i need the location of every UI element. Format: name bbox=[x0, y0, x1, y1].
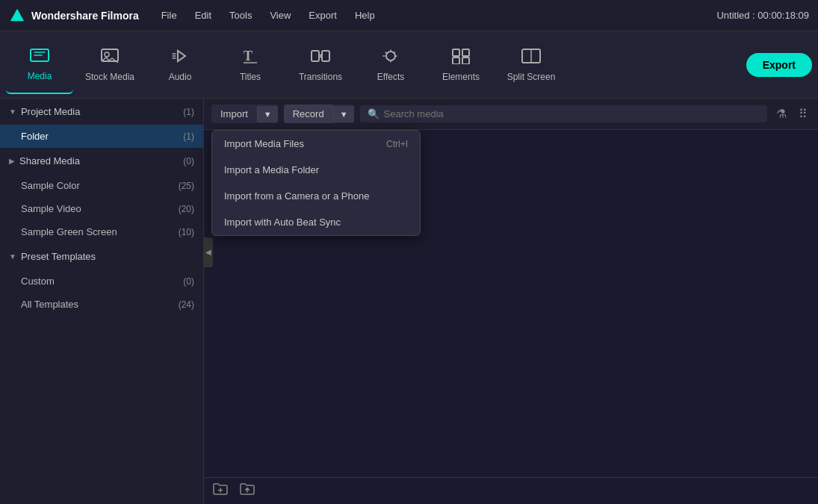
svg-rect-9 bbox=[453, 49, 459, 56]
elements-icon bbox=[451, 48, 471, 67]
sidebar-item-folder[interactable]: Folder (1) bbox=[0, 125, 203, 148]
svg-rect-7 bbox=[322, 51, 329, 61]
sidebar-item-sample-video[interactable]: Sample Video (20) bbox=[0, 197, 203, 220]
export-button[interactable]: Export bbox=[746, 53, 812, 77]
import-dropdown-menu: Import Media Files Ctrl+I Import a Media… bbox=[211, 130, 421, 236]
import-button[interactable]: Import bbox=[211, 105, 257, 123]
record-button[interactable]: Record bbox=[284, 105, 333, 123]
media-label: Media bbox=[28, 71, 52, 81]
shared-media-count: (0) bbox=[183, 156, 194, 167]
tool-stock-media[interactable]: Stock Media bbox=[76, 36, 143, 94]
audio-label: Audio bbox=[169, 72, 192, 82]
sidebar-item-sample-color[interactable]: Sample Color (25) bbox=[0, 174, 203, 197]
tool-transitions[interactable]: Transitions bbox=[287, 36, 354, 94]
folder-label: Folder bbox=[21, 131, 49, 142]
tool-titles[interactable]: T Titles bbox=[217, 36, 284, 94]
import-folder-label: Import a Media Folder bbox=[224, 164, 319, 175]
svg-rect-11 bbox=[453, 57, 459, 64]
tool-split-screen[interactable]: Split Screen bbox=[498, 36, 565, 94]
import-folder-icon[interactable] bbox=[240, 482, 255, 500]
sample-video-label: Sample Video bbox=[21, 203, 81, 214]
bottom-bar bbox=[204, 477, 818, 504]
svg-rect-10 bbox=[462, 49, 469, 56]
sample-color-label: Sample Color bbox=[21, 180, 80, 191]
svg-rect-6 bbox=[312, 51, 319, 61]
app-logo-icon bbox=[9, 7, 25, 24]
dropdown-item-import-folder[interactable]: Import a Media Folder bbox=[212, 157, 420, 183]
top-bar: Wondershare Filmora File Edit Tools View… bbox=[0, 0, 818, 31]
record-button-group: Record ▼ bbox=[284, 105, 354, 123]
svg-text:T: T bbox=[244, 49, 252, 63]
collapse-sidebar-handle[interactable]: ◀ bbox=[204, 237, 213, 267]
tool-effects[interactable]: Effects bbox=[357, 36, 424, 94]
audio-icon bbox=[170, 48, 190, 67]
search-bar: 🔍 bbox=[360, 105, 767, 122]
record-dropdown-arrow[interactable]: ▼ bbox=[333, 106, 354, 122]
custom-label: Custom bbox=[21, 276, 55, 287]
preset-templates-label: Preset Templates bbox=[21, 251, 96, 262]
sidebar-section-shared-media[interactable]: ▶ Shared Media (0) bbox=[0, 148, 203, 174]
tool-media[interactable]: Media bbox=[6, 36, 73, 94]
search-input[interactable] bbox=[384, 108, 760, 119]
project-title: Untitled : 00:00:18:09 bbox=[716, 10, 809, 21]
sidebar-item-custom[interactable]: Custom (0) bbox=[0, 270, 203, 293]
effects-label: Effects bbox=[377, 72, 404, 82]
sample-color-count: (25) bbox=[179, 181, 194, 191]
chevron-preset-templates: ▼ bbox=[9, 252, 16, 261]
import-beat-sync-label: Import with Auto Beat Sync bbox=[224, 217, 341, 228]
dropdown-item-import-camera[interactable]: Import from a Camera or a Phone bbox=[212, 183, 420, 209]
menu-export[interactable]: Export bbox=[301, 7, 344, 24]
elements-label: Elements bbox=[442, 72, 480, 82]
titles-label: Titles bbox=[240, 72, 261, 82]
transitions-icon bbox=[311, 48, 330, 67]
custom-count: (0) bbox=[183, 276, 194, 287]
media-icon bbox=[30, 47, 49, 66]
import-files-shortcut: Ctrl+I bbox=[386, 139, 408, 149]
chevron-project-media: ▼ bbox=[9, 108, 16, 116]
grid-view-icon[interactable]: ⠿ bbox=[796, 105, 811, 122]
content-toolbar: Import ▼ Record ▼ 🔍 ⚗ ⠿ bbox=[204, 99, 818, 130]
svg-marker-0 bbox=[10, 8, 24, 21]
chevron-shared-media: ▶ bbox=[9, 157, 15, 165]
sidebar-item-sample-green-screen[interactable]: Sample Green Screen (10) bbox=[0, 220, 203, 243]
search-icon: 🔍 bbox=[368, 108, 379, 119]
import-camera-label: Import from a Camera or a Phone bbox=[224, 190, 369, 202]
menu-help[interactable]: Help bbox=[347, 7, 382, 24]
sidebar-section-preset-templates[interactable]: ▼ Preset Templates bbox=[0, 243, 203, 270]
titles-icon: T bbox=[241, 48, 260, 67]
split-screen-icon bbox=[521, 48, 541, 67]
top-menu: File Edit Tools View Export Help bbox=[154, 7, 717, 24]
effects-icon bbox=[381, 48, 400, 67]
filter-icon[interactable]: ⚗ bbox=[773, 105, 790, 122]
main-content: ▼ Project Media (1) Folder (1) ▶ Shared … bbox=[0, 99, 818, 504]
toolbar: Media Stock Media Audio T Titles bbox=[0, 31, 818, 99]
menu-file[interactable]: File bbox=[154, 7, 185, 24]
all-templates-count: (24) bbox=[179, 299, 194, 310]
project-media-count: (1) bbox=[183, 107, 194, 117]
app-name: Wondershare Filmora bbox=[31, 10, 139, 22]
sidebar-section-project-media[interactable]: ▼ Project Media (1) bbox=[0, 99, 203, 125]
tool-audio[interactable]: Audio bbox=[146, 36, 214, 94]
new-folder-icon[interactable] bbox=[213, 482, 228, 500]
stock-media-label: Stock Media bbox=[85, 72, 134, 82]
transitions-label: Transitions bbox=[299, 72, 342, 82]
shared-media-label: Shared Media bbox=[19, 155, 80, 167]
menu-edit[interactable]: Edit bbox=[188, 7, 219, 24]
dropdown-item-import-beat-sync[interactable]: Import with Auto Beat Sync bbox=[212, 209, 420, 235]
sample-green-screen-count: (10) bbox=[179, 227, 194, 237]
split-screen-label: Split Screen bbox=[507, 72, 556, 82]
menu-tools[interactable]: Tools bbox=[222, 7, 259, 24]
menu-view[interactable]: View bbox=[262, 7, 298, 24]
sidebar-item-all-templates[interactable]: All Templates (24) bbox=[0, 293, 203, 316]
project-media-label: Project Media bbox=[21, 106, 80, 117]
sample-video-count: (20) bbox=[179, 204, 194, 214]
import-dropdown-arrow[interactable]: ▼ bbox=[257, 106, 278, 122]
svg-point-3 bbox=[105, 52, 109, 57]
all-templates-label: All Templates bbox=[21, 299, 78, 310]
content-area: Import ▼ Record ▼ 🔍 ⚗ ⠿ Import Media Fil… bbox=[204, 99, 818, 504]
import-button-group: Import ▼ bbox=[211, 105, 278, 123]
import-files-label: Import Media Files bbox=[224, 138, 304, 149]
sample-green-screen-label: Sample Green Screen bbox=[21, 226, 117, 237]
tool-elements[interactable]: Elements bbox=[427, 36, 495, 94]
dropdown-item-import-files[interactable]: Import Media Files Ctrl+I bbox=[212, 131, 420, 157]
